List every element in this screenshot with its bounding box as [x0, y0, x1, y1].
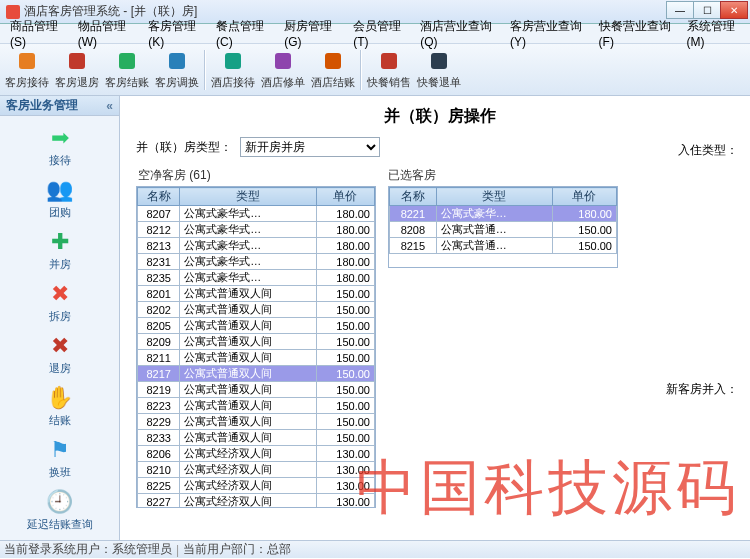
table-row[interactable]: 8217公寓式普通双人间150.00: [138, 366, 375, 382]
svg-rect-7: [381, 53, 397, 69]
left-table-container: 空净客房 (61) 名称类型单价 8207公寓式豪华式…180.008212公寓…: [136, 167, 376, 508]
table-row[interactable]: 8233公寓式普通双人间150.00: [138, 430, 375, 446]
sidebar-item-delay[interactable]: 🕘延迟结账查询: [0, 484, 119, 536]
toolbar-checkout-room-button[interactable]: 客房退房: [52, 46, 102, 94]
column-header[interactable]: 单价: [552, 188, 616, 206]
sidebar-item-label: 延迟结账查询: [27, 517, 93, 532]
table-cell: 8227: [138, 494, 180, 508]
table-cell: 150.00: [316, 382, 374, 398]
table-row[interactable]: 8201公寓式普通双人间150.00: [138, 286, 375, 302]
minimize-button[interactable]: —: [666, 1, 694, 19]
column-header[interactable]: 名称: [390, 188, 437, 206]
toolbar-bill-button[interactable]: 客房结账: [102, 46, 152, 94]
merge-type-select[interactable]: 新开房并房: [240, 137, 380, 157]
sidebar-item-split[interactable]: ✖拆房: [0, 276, 119, 328]
table-row[interactable]: 8221公寓式豪华…180.00: [390, 206, 617, 222]
table-cell: 180.00: [316, 270, 374, 286]
table-cell: 8215: [390, 238, 437, 254]
table-row[interactable]: 8219公寓式普通双人间150.00: [138, 382, 375, 398]
table-row[interactable]: 8235公寓式豪华式…180.00: [138, 270, 375, 286]
maximize-button[interactable]: ☐: [693, 1, 721, 19]
left-table-box: 名称类型单价 8207公寓式豪华式…180.008212公寓式豪华式…180.0…: [136, 186, 376, 508]
sidebar-item-merge[interactable]: ✚并房: [0, 224, 119, 276]
table-row[interactable]: 8202公寓式普通双人间150.00: [138, 302, 375, 318]
table-cell: 公寓式豪华式…: [180, 270, 316, 286]
table-cell: 公寓式经济双人间: [180, 462, 316, 478]
table-row[interactable]: 8231公寓式豪华式…180.00: [138, 254, 375, 270]
table-cell: 8235: [138, 270, 180, 286]
hotel-bill-icon: [321, 49, 345, 73]
table-cell: 8209: [138, 334, 180, 350]
table-cell: 8207: [138, 206, 180, 222]
table-row[interactable]: 8208公寓式普通…150.00: [390, 222, 617, 238]
toolbar-reception-button[interactable]: 客房接待: [2, 46, 52, 94]
toolbar-label: 快餐销售: [367, 75, 411, 90]
table-cell: 公寓式豪华式…: [180, 206, 316, 222]
table-row[interactable]: 8213公寓式豪华式…180.00: [138, 238, 375, 254]
toolbar-label: 酒店结账: [311, 75, 355, 90]
selected-rooms-table: 名称类型单价 8221公寓式豪华…180.008208公寓式普通…150.008…: [389, 187, 617, 254]
empty-rooms-table: 名称类型单价 8207公寓式豪华式…180.008212公寓式豪华式…180.0…: [137, 187, 375, 507]
toolbar-fast-refund-button[interactable]: 快餐退单: [414, 46, 464, 94]
table-cell: 公寓式豪华式…: [180, 254, 316, 270]
table-row[interactable]: 8206公寓式经济双人间130.00: [138, 446, 375, 462]
table-cell: 150.00: [552, 238, 616, 254]
sidebar-item-recv[interactable]: ➡接待: [0, 120, 119, 172]
menu-item-8[interactable]: 快餐营业查询(F): [593, 16, 681, 51]
sidebar-item-group[interactable]: 👥团购: [0, 172, 119, 224]
group-icon: 👥: [47, 177, 73, 203]
sidebar-item-bill[interactable]: ✋结账: [0, 380, 119, 432]
table-cell: 8213: [138, 238, 180, 254]
sidebar-item-shift[interactable]: ⚑换班: [0, 432, 119, 484]
table-row[interactable]: 8210公寓式经济双人间130.00: [138, 462, 375, 478]
column-header[interactable]: 类型: [180, 188, 316, 206]
table-cell: 150.00: [552, 222, 616, 238]
table-row[interactable]: 8215公寓式普通…150.00: [390, 238, 617, 254]
table-row[interactable]: 8211公寓式普通双人间150.00: [138, 350, 375, 366]
table-row[interactable]: 8223公寓式普通双人间150.00: [138, 398, 375, 414]
right-table-container: 已选客房 名称类型单价 8221公寓式豪华…180.008208公寓式普通…15…: [386, 167, 618, 508]
toolbar-change-button[interactable]: 客房调换: [152, 46, 202, 94]
column-header[interactable]: 名称: [138, 188, 180, 206]
table-row[interactable]: 8212公寓式豪华式…180.00: [138, 222, 375, 238]
table-cell: 150.00: [316, 414, 374, 430]
menu-item-7[interactable]: 客房营业查询(Y): [504, 16, 593, 51]
table-row[interactable]: 8207公寓式豪华式…180.00: [138, 206, 375, 222]
table-cell: 180.00: [552, 206, 616, 222]
table-cell: 130.00: [316, 478, 374, 494]
table-cell: 150.00: [316, 430, 374, 446]
table-cell: 150.00: [316, 318, 374, 334]
table-cell: 公寓式豪华式…: [180, 238, 316, 254]
change-icon: [165, 49, 189, 73]
toolbar-hotel-recv-button[interactable]: 酒店接待: [208, 46, 258, 94]
table-cell: 8210: [138, 462, 180, 478]
table-cell: 150.00: [316, 302, 374, 318]
table-row[interactable]: 8205公寓式普通双人间150.00: [138, 318, 375, 334]
table-cell: 公寓式经济双人间: [180, 478, 316, 494]
menu-bar: 商品管理(S)物品管理(W)客房管理(K)餐点管理(C)厨房管理(G)会员管理(…: [0, 24, 750, 44]
table-row[interactable]: 8227公寓式经济双人间130.00: [138, 494, 375, 508]
combo-label: 并（联）房类型：: [136, 139, 232, 156]
table-cell: 8229: [138, 414, 180, 430]
toolbar-hotel-bill-button[interactable]: 酒店结账: [308, 46, 358, 94]
column-header[interactable]: 单价: [316, 188, 374, 206]
close-button[interactable]: ✕: [720, 1, 748, 19]
table-row[interactable]: 8229公寓式普通双人间150.00: [138, 414, 375, 430]
table-cell: 8206: [138, 446, 180, 462]
svg-rect-0: [19, 53, 35, 69]
checkin-type-label: 入住类型：: [678, 142, 738, 159]
bill-icon: [115, 49, 139, 73]
bill-icon: ✋: [47, 385, 73, 411]
sidebar-item-checkout[interactable]: ✖退房: [0, 328, 119, 380]
table-cell: 公寓式豪华式…: [180, 222, 316, 238]
left-grid-wrap[interactable]: 名称类型单价 8207公寓式豪华式…180.008212公寓式豪华式…180.0…: [137, 187, 375, 507]
right-grid-wrap[interactable]: 名称类型单价 8221公寓式豪华…180.008208公寓式普通…150.008…: [389, 187, 617, 267]
column-header[interactable]: 类型: [436, 188, 552, 206]
menu-item-9[interactable]: 系统管理(M): [681, 16, 750, 51]
table-row[interactable]: 8225公寓式经济双人间130.00: [138, 478, 375, 494]
sidebar-collapse-icon[interactable]: «: [106, 99, 113, 113]
toolbar-hotel-repair-button[interactable]: 酒店修单: [258, 46, 308, 94]
toolbar-fast-sell-button[interactable]: 快餐销售: [364, 46, 414, 94]
table-row[interactable]: 8209公寓式普通双人间150.00: [138, 334, 375, 350]
reception-icon: [15, 49, 39, 73]
